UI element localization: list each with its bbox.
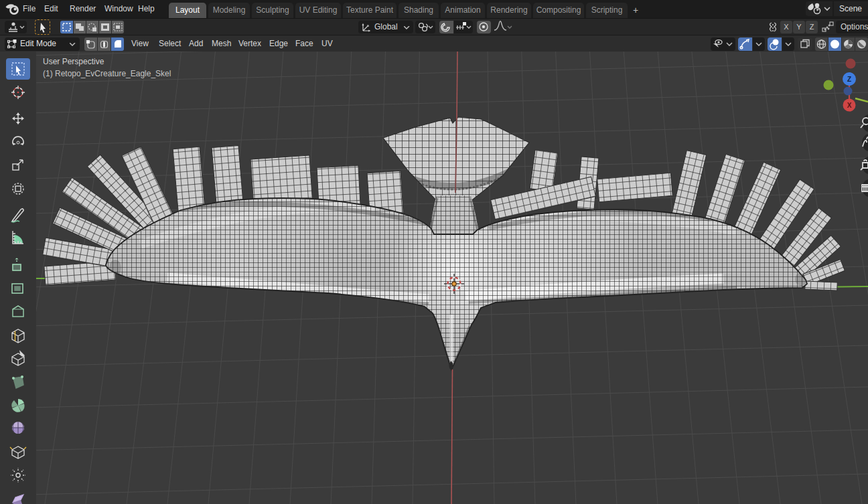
svg-text:Z: Z <box>847 76 851 83</box>
svg-text:X: X <box>847 102 852 109</box>
